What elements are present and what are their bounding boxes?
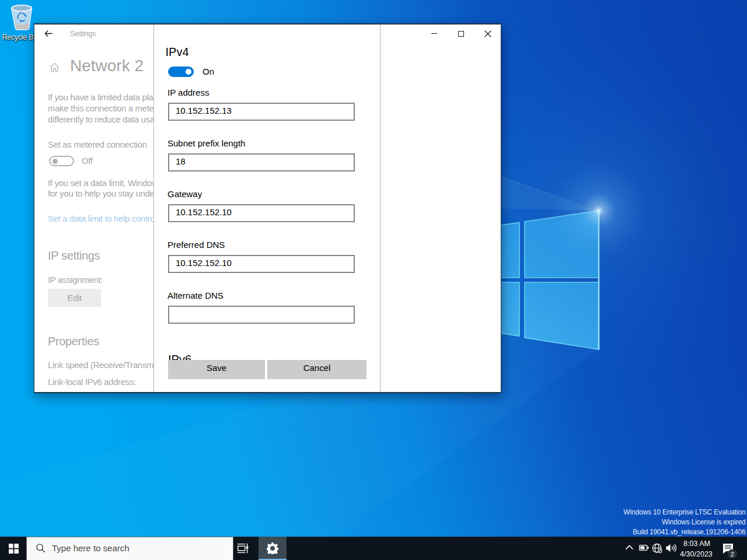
svg-text:2: 2	[731, 551, 734, 558]
